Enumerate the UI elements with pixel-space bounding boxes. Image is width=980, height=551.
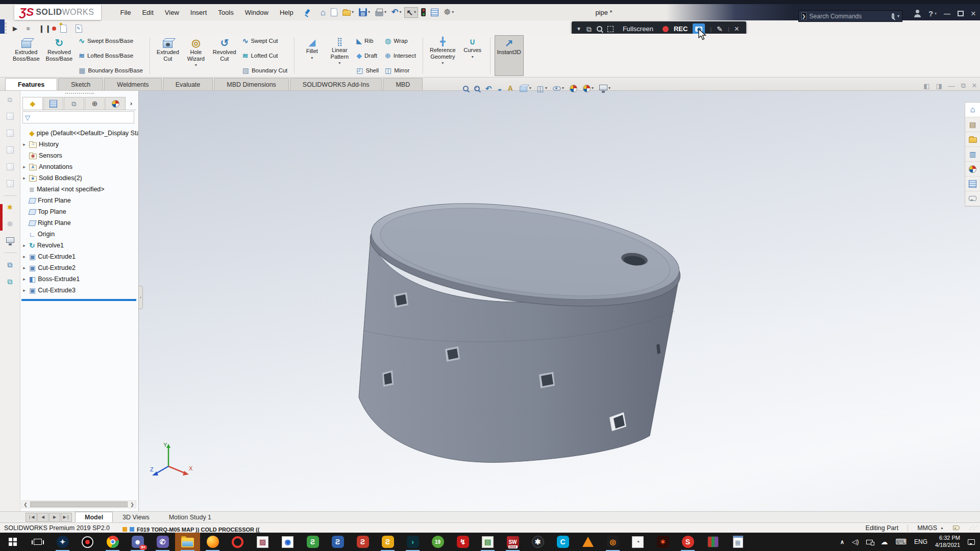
taskbar-app-green-badge-19-app[interactable]: 19 xyxy=(425,533,450,551)
tag-icon[interactable] xyxy=(953,525,960,530)
featuremanager-tree-tab[interactable]: ◆ xyxy=(22,97,43,110)
tray-chevron-icon[interactable]: ∧ xyxy=(840,539,844,545)
tab-mbd-dimensions[interactable]: MBD Dimensions xyxy=(214,78,289,90)
dropdown-caret[interactable]: ▾ xyxy=(562,86,564,90)
wrench-tool-button[interactable]: ☸ xyxy=(5,219,15,229)
section-view-button[interactable]: ◒ xyxy=(497,84,503,93)
menu-file[interactable]: File xyxy=(114,6,136,19)
edit-macro-button[interactable] xyxy=(74,23,84,34)
capture-edit-pencil-button[interactable]: ✎ xyxy=(717,26,723,33)
media-window-peek[interactable]: F019 TORQ-M05 MAP )) COLD PROCESSOR (( xyxy=(122,526,342,533)
close-button[interactable]: × xyxy=(971,9,976,18)
macro-play-button[interactable]: ▶ xyxy=(11,24,19,33)
capture-menu-caret[interactable]: ▼ xyxy=(576,27,581,32)
pane-right-button[interactable]: ◨ xyxy=(936,82,942,90)
appearances-scenes-button[interactable] xyxy=(965,162,980,177)
taskbar-app-obs-studio[interactable]: ✱ xyxy=(525,533,550,551)
tree-item-history[interactable]: ▸◔History xyxy=(21,139,138,150)
boundary-cut-button[interactable]: ▧Boundary Cut xyxy=(241,66,289,74)
dropdown-caret[interactable]: ▾ xyxy=(399,10,401,14)
dropdown-caret[interactable]: ▾ xyxy=(545,86,547,90)
tree-item-top-plane[interactable]: Top Plane xyxy=(21,206,138,217)
taskbar-app-photo-viewer[interactable]: ▨ xyxy=(250,533,275,551)
tree-item-cut-extrude2[interactable]: ▸▣Cut-Extrude2 xyxy=(21,262,138,273)
taskbar-app-viber[interactable]: ✆ xyxy=(150,533,175,551)
taskbar-app-firefox[interactable] xyxy=(200,533,225,551)
tab-scroll-first[interactable]: ❘◀ xyxy=(26,513,37,522)
menu-edit[interactable]: Edit xyxy=(136,6,159,19)
dropdown-caret[interactable]: ▾ xyxy=(442,61,444,65)
file-properties-button[interactable] xyxy=(429,7,440,18)
clock[interactable]: 6:32 PM4/18/2021 xyxy=(935,535,960,549)
taskbar-app-blender[interactable]: ◎ xyxy=(600,533,625,551)
tab-model[interactable]: Model xyxy=(75,512,113,522)
graphics-viewport[interactable]: ↶◒A▾◫▾▾▾▾ ◧◨—⧉× ⌂▤▥ Y X Z xyxy=(139,91,980,511)
taskbar-app-s-app-blue[interactable]: Ƨ xyxy=(325,533,350,551)
taskbar-app-discord[interactable]: ☻9+ xyxy=(125,533,150,551)
view-orientation-button[interactable]: ▾ xyxy=(518,83,532,94)
display-pane-tool-2-button[interactable]: ⧉ xyxy=(6,277,15,287)
dropdown-caret[interactable]: ▾ xyxy=(352,10,354,14)
scroll-right-arrow[interactable]: ❯ xyxy=(129,502,136,507)
panel-grip[interactable] xyxy=(65,93,94,94)
screen-sketch-tool-button[interactable] xyxy=(4,236,16,246)
rebuild-button[interactable] xyxy=(419,7,428,18)
maximize-button[interactable] xyxy=(958,11,964,16)
restore-document-button[interactable]: ⧉ xyxy=(961,82,966,90)
rib-button[interactable]: ◣Rib xyxy=(355,37,380,45)
tree-item-sensors[interactable]: ◉Sensors xyxy=(21,150,138,161)
solidworks-forum-button[interactable] xyxy=(965,191,980,206)
fullscreen-label[interactable]: Fullscreen xyxy=(623,25,653,33)
clipboard-tool-button[interactable]: ⧉ xyxy=(6,95,14,105)
view-cube-tool-3-button[interactable] xyxy=(5,145,16,155)
panel-horizontal-scrollbar[interactable]: ❮ ❯ xyxy=(21,500,136,508)
minimize-button[interactable]: — xyxy=(944,10,950,17)
dropdown-caret[interactable]: ▾ xyxy=(311,56,313,60)
new-document-button[interactable] xyxy=(329,7,339,18)
undo-button[interactable]: ↶▾ xyxy=(389,7,403,18)
dimxpertmanager-tab[interactable]: ⊕ xyxy=(85,97,105,110)
print-document-button[interactable]: ▾ xyxy=(373,7,388,18)
tab-sketch[interactable]: Sketch xyxy=(58,78,103,90)
language-indicator[interactable]: ENG xyxy=(914,538,927,545)
taskbar-app-winrar[interactable] xyxy=(700,533,725,551)
expand-arrow-icon[interactable]: ▸ xyxy=(21,254,27,259)
tree-root-item[interactable]: ◆pipe (Default<<Default>_Display Stat xyxy=(21,128,138,139)
tab-features[interactable]: Features xyxy=(5,78,57,90)
solidworks-resources-button[interactable]: ⌂ xyxy=(965,103,980,117)
tree-item-revolve1[interactable]: ▸↻Revolve1 xyxy=(21,240,138,251)
network-icon[interactable] xyxy=(866,540,873,544)
scrollbar-thumb[interactable] xyxy=(30,502,128,507)
minimize-document-button[interactable]: — xyxy=(948,82,955,90)
lofted-cut-button[interactable]: ≋Lofted Cut xyxy=(241,52,289,60)
record-label[interactable]: REC xyxy=(674,25,688,33)
dropdown-caret[interactable]: ▾ xyxy=(592,86,594,90)
tree-item-annotations[interactable]: ▸AAnnotations xyxy=(21,161,138,172)
propertymanager-tab[interactable] xyxy=(43,97,64,110)
tab-motion-study-1[interactable]: Motion Study 1 xyxy=(159,512,221,522)
view-cube-tool-4-button[interactable] xyxy=(5,162,16,172)
tab-weldments[interactable]: Weldments xyxy=(104,78,161,90)
expand-arrow-icon[interactable]: ▸ xyxy=(21,164,27,169)
volume-icon[interactable]: ◁) xyxy=(852,538,859,545)
displaymanager-tab[interactable] xyxy=(105,97,126,110)
wrap-button[interactable]: ◍Wrap xyxy=(383,37,418,45)
macro-stop-button[interactable]: ■ xyxy=(24,24,32,33)
tree-item-solid-bodies-2[interactable]: ▸■Solid Bodies(2) xyxy=(21,172,138,184)
tab-3d-views[interactable]: 3D Views xyxy=(113,512,159,522)
extruded-boss-base-button[interactable]: Extruded Boss/Base xyxy=(10,35,42,76)
save-document-button[interactable]: ▾ xyxy=(357,7,372,18)
scroll-left-arrow[interactable]: ❮ xyxy=(22,502,29,507)
help-button[interactable]: ?▾ xyxy=(928,9,937,18)
new-macro-button[interactable] xyxy=(58,23,69,34)
hide-show-items-button[interactable]: ▾ xyxy=(552,85,565,92)
swept-cut-button[interactable]: ∿Swept Cut xyxy=(241,37,289,45)
taskbar-app-tracen[interactable]: ◉ xyxy=(275,533,300,551)
dropdown-caret[interactable]: ▾ xyxy=(452,10,454,14)
tab-mbd[interactable]: MBD xyxy=(383,78,423,90)
menu-view[interactable]: View xyxy=(159,6,185,19)
dropdown-caret[interactable]: ▾ xyxy=(338,61,340,65)
search-commands-box[interactable]: ❯ ▾ xyxy=(798,10,902,22)
units-selector[interactable]: MMGS ▲ xyxy=(917,524,944,532)
panel-expand-chevron[interactable]: › xyxy=(126,97,136,110)
